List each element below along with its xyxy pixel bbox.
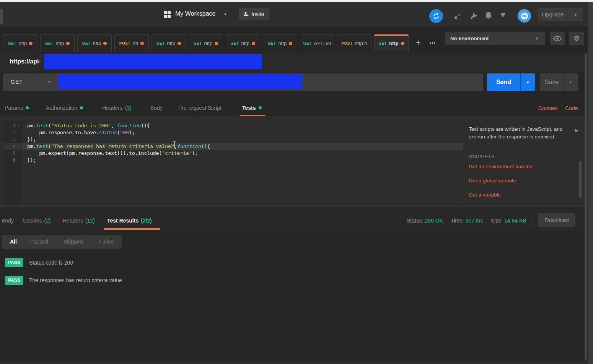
sync-button[interactable] [429,9,443,23]
tab-tests[interactable]: Tests [242,105,262,111]
tab-prerequest-script[interactable]: Pre-request Script [178,105,222,111]
request-builder-row: GET ▾ Send ▾ Save ▾ [0,71,588,93]
tab-options-button[interactable]: ••• [425,34,440,52]
snippets-title: SNIPPETS [469,154,495,159]
sync-icon [432,12,440,20]
tab-params[interactable]: Params [5,105,29,111]
window-right-edge [588,2,593,364]
workspace-selector[interactable]: My Workspace [175,10,216,17]
response-tab-body[interactable]: Body [2,218,14,224]
results-filter-bar: All Passed Skipped Failed [2,235,122,249]
method-caret-icon[interactable]: ▾ [48,79,51,84]
unsaved-dot [289,42,292,45]
fold-caret-icon[interactable]: ▾ [18,122,21,129]
download-button[interactable]: Download [538,213,575,227]
method-dropdown[interactable]: GET [11,79,23,85]
environment-selector[interactable]: No Environment [445,32,545,45]
request-tab-2[interactable]: GEThttp [40,34,75,52]
unsaved-dot [215,42,218,45]
code-editor[interactable]: 1▾ pm.test("Status code is 200", functio… [3,122,463,204]
unsaved-dot [401,42,404,45]
request-tab-11-active[interactable]: GEThttp [374,34,409,52]
code-line-5[interactable]: 5 pm.expect(pm.response.text()).to.inclu… [3,150,463,157]
code-line-3[interactable]: 3 }); [3,136,463,143]
environment-caret-icon[interactable]: ▾ [536,32,545,45]
request-tab-1[interactable]: GEThttp [3,34,37,52]
request-title: https://api- [10,58,41,65]
request-tab-3[interactable]: GEThttp [77,34,112,52]
filter-skipped[interactable]: Skipped [64,239,83,245]
status-value: 200 OK [425,218,443,224]
response-size: Size: 14.84 KB [491,218,526,224]
filter-all[interactable]: All [10,239,17,245]
workspace-grid-icon[interactable] [164,11,172,18]
top-bar: My Workspace ▾ Invite ♥ [0,2,588,26]
filter-failed[interactable]: Failed [99,239,114,245]
status-badge-pass: PASS [5,276,23,285]
chevron-down-icon: ▾ [527,80,529,84]
capture-satellite-icon[interactable] [453,11,462,21]
environment-preview-button[interactable] [550,32,565,45]
active-tab-underline [104,228,160,230]
response-time: Time: 307 ms [451,218,483,224]
code-line-4-current[interactable]: 4▾ pm.test("The responses has return cri… [3,143,463,150]
chevron-down-icon: ▾ [570,80,572,84]
cookies-link[interactable]: Cookies [538,105,558,111]
window-scrollbar-thumb[interactable] [585,54,587,360]
sidebar-handle[interactable] [0,9,3,24]
code-line-2[interactable]: 2 pm.response.to.have.status(200); [3,129,463,136]
postman-logo[interactable] [518,9,531,23]
request-tab-10[interactable]: POSThttp:// [337,34,371,52]
send-options-button[interactable]: ▾ [520,73,535,91]
settings-wrench-icon[interactable] [469,11,479,21]
tab-headers[interactable]: Headers(3) [102,105,132,111]
test-result-text: The responses has return criteria value [29,277,122,283]
new-tab-button[interactable]: + [412,34,424,52]
response-tab-test-results[interactable]: Test Results(2/2) [107,218,152,224]
snippet-get-global-variable[interactable]: Get a global variable [469,178,516,184]
divider [443,34,443,52]
request-tab-9[interactable]: GETAPI List [300,34,334,52]
upgrade-caret-button[interactable]: ▾ [568,8,583,21]
upgrade-button[interactable]: Upgrade [538,8,568,21]
tests-editor-section: 1▾ pm.test("Status code is 200", functio… [0,116,588,206]
code-line-1[interactable]: 1▾ pm.test("Status code is 200", functio… [3,122,463,129]
request-tab-8[interactable]: GEThttp [263,34,297,52]
tab-authorization[interactable]: Authorization [46,105,83,111]
save-options-button[interactable]: ▾ [563,73,578,91]
mouse-ibeam-cursor [173,141,177,148]
environment-settings-button[interactable]: ⚙ [569,32,584,45]
postman-globe-icon [520,11,529,21]
save-button[interactable]: Save [540,73,563,91]
headers-count: (3) [125,105,132,111]
request-tab-4[interactable]: POSThtt [114,34,149,52]
unsaved-dot [252,42,255,45]
filter-passed[interactable]: Passed [30,239,48,245]
green-dot [26,106,29,109]
tab-body[interactable]: Body [150,105,163,111]
request-title-selection [44,54,262,69]
code-link[interactable]: Code [565,105,578,111]
request-tab-6[interactable]: GEThttp [189,34,223,52]
response-tab-cookies[interactable]: Cookies(2) [23,218,51,224]
collapse-arrow-icon[interactable]: ▶ [575,128,578,133]
workspace-caret-icon[interactable]: ▾ [224,12,226,17]
unsaved-dot [103,42,107,45]
fold-caret-icon[interactable]: ▾ [18,143,21,150]
send-button[interactable]: Send [487,73,520,91]
response-status: Status: 200 OK [407,218,443,224]
favorites-heart-icon[interactable]: ♥ [500,10,505,20]
snippet-get-environment-variable[interactable]: Get an environment variable [469,164,534,169]
request-tab-7[interactable]: GEThttp [226,34,260,52]
url-text-selection[interactable] [58,74,302,89]
notifications-bell-icon[interactable] [484,11,493,20]
request-tab-5[interactable]: GEThttp [152,34,186,52]
snippet-get-variable[interactable]: Get a variable [469,192,501,198]
code-line-6[interactable]: 6 }); [3,157,463,164]
helper-scrollbar-thumb[interactable] [579,161,582,198]
gear-icon: ⚙ [573,34,580,42]
request-title-row: https://api- [0,54,588,71]
eye-icon [553,36,562,41]
response-tab-headers[interactable]: Headers(12) [63,218,95,224]
status-badge-pass: PASS [5,258,23,267]
